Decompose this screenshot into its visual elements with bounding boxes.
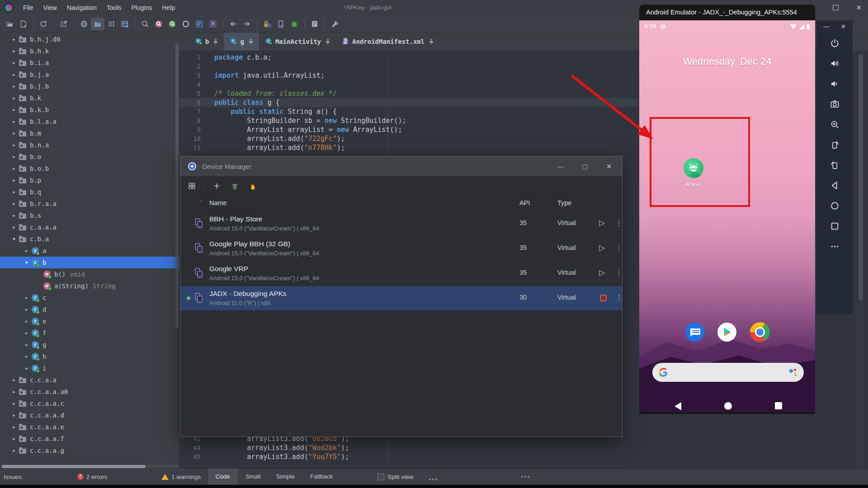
nav-back-button[interactable] <box>675 402 681 410</box>
device-row-JADXDebuggingAPKs[interactable]: JADX - Debugging APKsAndroid 11.0 ("R") … <box>180 286 622 311</box>
tree-vertical-scrollbar[interactable] <box>175 43 179 328</box>
tree-expander-icon[interactable]: ▶ <box>9 425 19 429</box>
close-button[interactable]: ✕ <box>856 0 862 15</box>
google-search-bar[interactable] <box>652 363 804 382</box>
tree-expander-icon[interactable]: ▶ <box>9 61 19 65</box>
tree-expander-icon[interactable]: ▶ <box>9 389 19 394</box>
tree-item-d[interactable]: ▶cd <box>0 304 179 315</box>
tree-item-blaa[interactable]: ▶b.l.a.a <box>0 116 179 127</box>
editor-tab-g[interactable]: cg <box>224 33 259 51</box>
code-line-1[interactable]: 1package c.b.a; <box>179 53 631 62</box>
log-viewer-button[interactable] <box>308 18 321 30</box>
code-lines-bottom[interactable]: 43 arrayList3.add("60J8G5");44 arrayList… <box>179 434 631 461</box>
tree-expander-icon[interactable]: ▶ <box>9 401 19 406</box>
code-lines-top[interactable]: 1package c.b.a;23import java.util.ArrayL… <box>179 53 631 152</box>
preferences-button[interactable] <box>328 18 342 30</box>
tree-item-bm[interactable]: ▶b.m <box>0 127 179 139</box>
device-table-header[interactable]: ⌃ Name API Type <box>180 196 622 212</box>
pair-wifi-button[interactable] <box>229 180 241 192</box>
tree-expander-icon[interactable]: ▶ <box>9 37 19 42</box>
globe-button[interactable] <box>77 18 91 30</box>
tree-expander-icon[interactable]: ▶ <box>22 343 32 347</box>
tree-item-ccaae[interactable]: ▶c.c.a.a.e <box>0 421 179 433</box>
tree-item-braa[interactable]: ▶b.r.a.a <box>0 198 179 210</box>
nav-home-button[interactable] <box>724 402 732 410</box>
emulator-close-button[interactable]: ✕ <box>841 23 846 30</box>
tree-item-ccaa[interactable]: ▶c.c.a.a <box>0 374 179 386</box>
emulator-overview-button[interactable] <box>828 220 841 232</box>
export-button[interactable] <box>57 18 71 30</box>
start-device-button[interactable]: ▷ <box>599 243 605 252</box>
device-menu-button[interactable]: ⋮ <box>615 244 623 252</box>
tree-expander-icon[interactable]: ▶ <box>9 143 19 147</box>
preview-grid-button[interactable] <box>118 18 132 30</box>
code-line-45[interactable]: 45 arrayList3.add("Yuu7Y5"); <box>179 452 631 461</box>
firebase-button[interactable] <box>247 180 259 192</box>
code-line-7[interactable]: 7 public static String a() { <box>179 107 631 116</box>
tree-item-bob[interactable]: ▶b.o.b <box>0 163 179 174</box>
menu-plugins[interactable]: Plugins <box>127 0 157 15</box>
tree-expander-icon[interactable]: ▶ <box>9 166 19 171</box>
code-line-6[interactable]: 6public class g { <box>179 98 638 107</box>
device-grid-button[interactable] <box>186 180 198 192</box>
text-search-button[interactable] <box>193 18 206 30</box>
tree-expander-icon[interactable]: ▶ <box>9 178 19 183</box>
tree-expander-icon[interactable]: ▶ <box>9 225 19 230</box>
tree-expander-icon[interactable]: ▶ <box>9 155 19 159</box>
device-menu-button[interactable]: ⋮ <box>615 219 623 227</box>
dm-maximize-button[interactable]: ▢ <box>582 163 588 170</box>
list-view-button[interactable] <box>104 18 118 30</box>
tree-item-c[interactable]: ▶cc <box>0 292 179 304</box>
tree-expander-icon[interactable]: ▶ <box>22 307 32 312</box>
tree-item-caaa[interactable]: ▶c.a.a.a <box>0 221 179 233</box>
comment-search-button[interactable] <box>165 18 179 30</box>
tree-item-g[interactable]: ▶cg <box>0 339 179 351</box>
tree-item-aString[interactable]: ma(String)String <box>0 280 179 292</box>
menu-file[interactable]: File <box>18 0 38 15</box>
tree-expander-icon[interactable]: ▶ <box>9 202 19 206</box>
tree-item-cba[interactable]: ▼c.b.a <box>0 233 179 245</box>
tree-item-bo[interactable]: ▶b.o <box>0 151 179 163</box>
tree-item-bk[interactable]: ▶b.k <box>0 92 179 104</box>
tree-expander-icon[interactable]: ▶ <box>9 49 19 53</box>
tree-expander-icon[interactable]: ▶ <box>9 190 19 194</box>
tree-expander-icon[interactable]: ▶ <box>22 249 32 253</box>
emulator-zoom-in-button[interactable] <box>828 118 841 131</box>
device-manager-titlebar[interactable]: Device Manager — ▢ ✕ <box>180 156 622 176</box>
view-tab-fallback[interactable]: Fallback <box>302 469 340 485</box>
tree-item-e[interactable]: ▶ce <box>0 315 179 327</box>
warning-count[interactable]: 1 warnings <box>171 474 201 480</box>
view-tab-smali[interactable]: Smali <box>238 469 269 485</box>
tree-expander-icon[interactable]: ▶ <box>22 366 32 371</box>
tree-expander-icon[interactable]: ▶ <box>9 448 19 453</box>
tree-expander-icon[interactable]: ▶ <box>9 213 19 218</box>
tree-item-bp[interactable]: ▶b.p <box>0 174 179 186</box>
pin-icon[interactable] <box>428 38 434 45</box>
back-button[interactable] <box>226 18 240 30</box>
forward-button[interactable] <box>240 18 254 30</box>
tree-expander-icon[interactable]: ▶ <box>22 354 32 359</box>
tree-horizontal-scrollbar[interactable] <box>2 465 146 468</box>
start-device-button[interactable]: ▷ <box>599 218 605 227</box>
class-search-button[interactable] <box>152 18 165 30</box>
emulator-volume-down-button[interactable] <box>828 77 841 90</box>
emulator-screen[interactable]: 6:18 Wednesday, Dec 24 <box>639 20 815 413</box>
error-count[interactable]: 2 errors <box>86 474 108 480</box>
tree-expander-icon[interactable]: ▶ <box>9 84 19 89</box>
emulator-more-button[interactable] <box>828 240 841 253</box>
tree-expander-icon[interactable]: ▶ <box>9 436 19 441</box>
code-line-3[interactable]: 3import java.util.ArrayList; <box>179 71 631 80</box>
maximize-button[interactable] <box>833 5 839 10</box>
tree-expander-icon[interactable]: ▶ <box>9 131 19 136</box>
emulator-camera-button[interactable] <box>828 98 841 110</box>
flat-packages-button[interactable] <box>91 18 104 30</box>
code-line-2[interactable]: 2 <box>179 62 631 71</box>
tree-item-bja[interactable]: ▶b.j.a <box>0 69 179 80</box>
main-activity-search-button[interactable]: M <box>206 18 220 30</box>
device-row-GoogleVRP[interactable]: Google VRPAndroid 15.0 ("VanillaIceCream… <box>180 261 622 286</box>
editor-tab-AndroidManifestxml[interactable]: MFAndroidManifest.xml <box>336 33 439 51</box>
menu-help[interactable]: Help <box>157 0 180 15</box>
tree-item-bia[interactable]: ▶b.i.a <box>0 57 179 69</box>
device-menu-button[interactable]: ⋮ <box>615 293 623 302</box>
tree-expander-icon[interactable]: ▶ <box>22 331 32 335</box>
